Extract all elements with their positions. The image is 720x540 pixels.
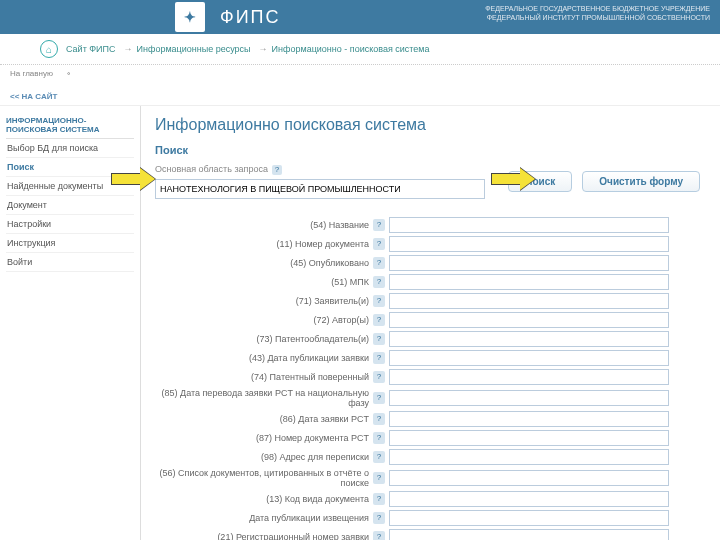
help-icon[interactable]: ?: [373, 295, 385, 307]
field-input[interactable]: [389, 430, 669, 446]
help-icon[interactable]: ?: [373, 371, 385, 383]
field-label: (43) Дата публикации заявки: [155, 353, 373, 363]
help-icon[interactable]: ?: [373, 512, 385, 524]
field-input[interactable]: [389, 331, 669, 347]
field-input[interactable]: [389, 293, 669, 309]
field-label: (51) МПК: [155, 277, 373, 287]
field-row: (87) Номер документа PCT?: [155, 430, 706, 446]
brand-name: ФИПС: [220, 7, 281, 28]
help-icon[interactable]: ?: [373, 276, 385, 288]
field-row: (13) Код вида документа?: [155, 491, 706, 507]
field-input[interactable]: [389, 274, 669, 290]
sidebar-section-title: ИНФОРМАЦИОННО-ПОИСКОВАЯ СИСТЕМА: [6, 112, 134, 139]
main-query-input[interactable]: [155, 179, 485, 199]
breadcrumb-item[interactable]: Информационные ресурсы: [137, 44, 251, 54]
help-icon[interactable]: ?: [373, 238, 385, 250]
field-input[interactable]: [389, 369, 669, 385]
sidebar-item-db-select[interactable]: Выбор БД для поиска: [6, 139, 134, 158]
sidebar-item-instruction[interactable]: Инструкция: [6, 234, 134, 253]
field-row: (85) Дата перевода заявки PCT на национа…: [155, 388, 706, 408]
field-row: (11) Номер документа?: [155, 236, 706, 252]
sidebar: ИНФОРМАЦИОННО-ПОИСКОВАЯ СИСТЕМА Выбор БД…: [0, 106, 140, 540]
field-label: (86) Дата заявки PCT: [155, 414, 373, 424]
field-label: (72) Автор(ы): [155, 315, 373, 325]
help-icon[interactable]: ?: [373, 314, 385, 326]
breadcrumb-item[interactable]: Сайт ФИПС: [66, 44, 116, 54]
clear-form-button[interactable]: Очистить форму: [582, 171, 700, 192]
field-row: (74) Патентный поверенный?: [155, 369, 706, 385]
field-row: (45) Опубликовано?: [155, 255, 706, 271]
field-label: (74) Патентный поверенный: [155, 372, 373, 382]
to-site-link[interactable]: << НА САЙТ: [10, 92, 57, 101]
help-icon[interactable]: ?: [373, 257, 385, 269]
field-row: (98) Адрес для переписки?: [155, 449, 706, 465]
field-input[interactable]: [389, 470, 669, 486]
sidebar-item-search[interactable]: Поиск: [6, 158, 134, 177]
field-input[interactable]: [389, 449, 669, 465]
help-icon[interactable]: ?: [373, 352, 385, 364]
field-row: (72) Автор(ы)?: [155, 312, 706, 328]
field-label: (21) Регистрационный номер заявки: [155, 532, 373, 540]
help-icon[interactable]: ?: [373, 333, 385, 345]
field-input[interactable]: [389, 510, 669, 526]
help-icon[interactable]: ?: [373, 432, 385, 444]
field-input[interactable]: [389, 350, 669, 366]
field-row: (71) Заявитель(и)?: [155, 293, 706, 309]
logo: ✦: [175, 2, 205, 32]
field-row: (43) Дата публикации заявки?: [155, 350, 706, 366]
home-icon[interactable]: ⌂: [40, 40, 58, 58]
sidebar-item-login[interactable]: Войти: [6, 253, 134, 272]
breadcrumb-item[interactable]: Информационно - поисковая система: [272, 44, 430, 54]
field-label: (11) Номер документа: [155, 239, 373, 249]
page-title: Информационно поисковая система: [155, 116, 706, 134]
help-icon[interactable]: ?: [272, 165, 282, 175]
field-row: Дата публикации извещения?: [155, 510, 706, 526]
search-heading: Поиск: [155, 144, 706, 156]
help-icon[interactable]: ?: [373, 413, 385, 425]
help-icon[interactable]: ?: [373, 451, 385, 463]
field-label: Дата публикации извещения: [155, 513, 373, 523]
field-input[interactable]: [389, 236, 669, 252]
field-label: (54) Название: [155, 220, 373, 230]
field-label: (85) Дата перевода заявки PCT на национа…: [155, 388, 373, 408]
help-icon[interactable]: ?: [373, 219, 385, 231]
field-label: (87) Номер документа PCT: [155, 433, 373, 443]
field-input[interactable]: [389, 411, 669, 427]
field-label: (45) Опубликовано: [155, 258, 373, 268]
field-row: (86) Дата заявки PCT?: [155, 411, 706, 427]
field-input[interactable]: [389, 390, 669, 406]
sidebar-item-document[interactable]: Документ: [6, 196, 134, 215]
field-input[interactable]: [389, 312, 669, 328]
sidebar-item-found-docs[interactable]: Найденные документы: [6, 177, 134, 196]
field-row: (73) Патентообладатель(и)?: [155, 331, 706, 347]
field-label: (13) Код вида документа: [155, 494, 373, 504]
field-label: (71) Заявитель(и): [155, 296, 373, 306]
back-home-link[interactable]: На главную: [10, 69, 53, 78]
field-input[interactable]: [389, 529, 669, 540]
breadcrumb: ⌂ Сайт ФИПС → Информационные ресурсы → И…: [0, 34, 720, 65]
help-icon[interactable]: ?: [373, 493, 385, 505]
chevron-right-icon: ◦: [67, 69, 70, 78]
help-icon[interactable]: ?: [373, 531, 385, 540]
field-input[interactable]: [389, 217, 669, 233]
top-buttons: На главную ◦ << НА САЙТ: [0, 65, 720, 106]
help-icon[interactable]: ?: [373, 472, 385, 484]
field-input[interactable]: [389, 491, 669, 507]
field-input[interactable]: [389, 255, 669, 271]
field-label: (98) Адрес для переписки: [155, 452, 373, 462]
field-label: (73) Патентообладатель(и): [155, 334, 373, 344]
content: Информационно поисковая система Поиск Ос…: [140, 106, 720, 540]
help-icon[interactable]: ?: [373, 392, 385, 404]
header: ✦ ФИПС ФЕДЕРАЛЬНОЕ ГОСУДАРСТВЕННОЕ БЮДЖЕ…: [0, 0, 720, 34]
search-button[interactable]: Поиск: [508, 171, 572, 192]
field-label: (56) Список документов, цитированных в о…: [155, 468, 373, 488]
sidebar-item-settings[interactable]: Настройки: [6, 215, 134, 234]
field-row: (51) МПК?: [155, 274, 706, 290]
header-subtitle: ФЕДЕРАЛЬНОЕ ГОСУДАРСТВЕННОЕ БЮДЖЕТНОЕ УЧ…: [485, 4, 710, 22]
field-row: (54) Название?: [155, 217, 706, 233]
field-row: (56) Список документов, цитированных в о…: [155, 468, 706, 488]
field-row: (21) Регистрационный номер заявки?: [155, 529, 706, 540]
